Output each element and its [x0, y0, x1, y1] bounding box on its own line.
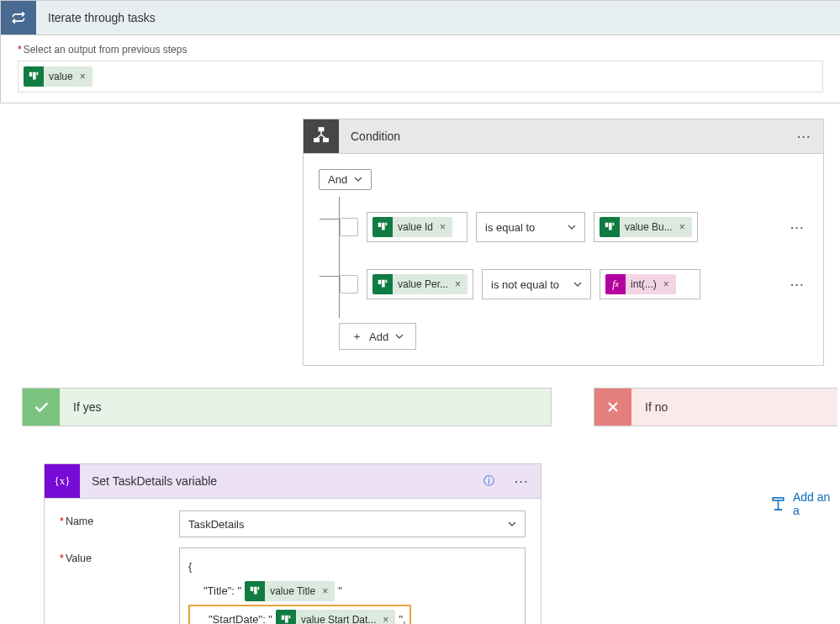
token-remove[interactable]: ×	[453, 278, 468, 290]
row-menu[interactable]: ···	[790, 278, 808, 291]
planner-icon	[276, 610, 296, 624]
token-value-title[interactable]: value Title ×	[245, 581, 335, 601]
svg-rect-17	[258, 587, 260, 590]
condition-card: Condition ··· And value Id ×	[303, 119, 824, 366]
condition-menu[interactable]: ···	[785, 130, 823, 143]
branch-yes-header[interactable]: If yes	[22, 388, 552, 426]
chevron-down-icon	[508, 518, 516, 531]
annotation-highlight: "StartDate": " value Start Dat... × ",	[188, 605, 411, 624]
variable-name-select[interactable]: TaskDetails	[179, 510, 526, 537]
help-icon[interactable]: ⓘ	[475, 473, 503, 489]
token-value[interactable]: value ×	[24, 66, 92, 87]
row-drag-handle[interactable]	[340, 275, 358, 293]
add-action-icon	[770, 495, 786, 512]
foreach-header[interactable]: Iterate through tasks	[0, 0, 840, 35]
svg-rect-7	[382, 223, 385, 230]
condition-header[interactable]: Condition ···	[304, 119, 823, 154]
svg-rect-15	[251, 587, 254, 591]
left-operand[interactable]: value Per... ×	[367, 269, 473, 299]
row-drag-handle[interactable]	[340, 218, 358, 236]
close-icon	[594, 389, 631, 426]
svg-rect-4	[314, 139, 320, 142]
token-value-per[interactable]: value Per... ×	[372, 274, 468, 294]
svg-rect-24	[773, 498, 784, 500]
set-variable-menu[interactable]: ···	[503, 475, 541, 488]
svg-rect-13	[382, 280, 385, 288]
set-variable-header[interactable]: {x} Set TaskDetails variable ⓘ ···	[45, 464, 541, 499]
output-label: *Select an output from previous steps	[18, 44, 823, 56]
condition-row: value Id × is equal to value Bu... ×	[340, 204, 808, 261]
svg-rect-5	[324, 139, 329, 142]
annotation-question: ?	[426, 606, 441, 624]
svg-rect-1	[33, 72, 36, 80]
token-value-bu[interactable]: value Bu... ×	[600, 217, 692, 237]
svg-rect-14	[386, 280, 388, 283]
loop-icon	[1, 1, 36, 34]
planner-icon	[372, 274, 393, 294]
svg-rect-9	[605, 223, 609, 227]
add-action-link[interactable]: Add an a	[770, 490, 837, 517]
right-operand[interactable]: fx int(...) ×	[600, 269, 700, 299]
token-remove[interactable]: ×	[662, 278, 676, 290]
foreach-title: Iterate through tasks	[36, 11, 167, 24]
planner-icon	[245, 581, 265, 601]
left-operand[interactable]: value Id ×	[367, 212, 468, 242]
operator-select[interactable]: is not equal to	[482, 269, 591, 299]
svg-rect-2	[37, 72, 39, 76]
branch-container: If yes {x} Set TaskDetails variable ⓘ ··…	[0, 388, 840, 624]
plus-icon: ＋	[351, 329, 362, 344]
svg-rect-6	[378, 223, 382, 227]
chevron-down-icon	[573, 278, 582, 291]
svg-rect-0	[29, 72, 33, 77]
token-remove[interactable]: ×	[381, 609, 395, 624]
condition-title: Condition	[339, 130, 785, 143]
output-token-input[interactable]: value ×	[18, 61, 823, 93]
condition-icon	[304, 119, 339, 153]
svg-rect-20	[288, 616, 290, 619]
group-operator-select[interactable]: And	[319, 169, 372, 190]
svg-rect-3	[319, 128, 324, 131]
svg-rect-19	[285, 616, 288, 623]
branch-no-header[interactable]: If no	[594, 388, 837, 426]
svg-rect-10	[609, 223, 612, 230]
token-expression-int[interactable]: fx int(...) ×	[605, 274, 676, 294]
variable-value-input[interactable]: { "Title": " value Title × "	[179, 547, 526, 624]
foreach-output-section: *Select an output from previous steps va…	[0, 35, 840, 103]
condition-row: value Per... × is not equal to fx int(..…	[340, 261, 808, 318]
token-value-id[interactable]: value Id ×	[372, 217, 452, 237]
variable-icon: {x}	[45, 464, 80, 498]
set-variable-title: Set TaskDetails variable	[80, 474, 475, 488]
right-operand[interactable]: value Bu... ×	[594, 212, 698, 242]
fx-icon: fx	[605, 274, 626, 294]
branch-no: If no Add an a	[594, 388, 837, 517]
token-remove[interactable]: ×	[438, 221, 452, 233]
add-condition-button[interactable]: ＋ Add	[339, 323, 416, 350]
chevron-down-icon	[395, 331, 404, 343]
token-value-startdate[interactable]: value Start Dat... ×	[276, 610, 395, 624]
row-menu[interactable]: ···	[790, 221, 808, 234]
chevron-down-icon	[354, 173, 362, 186]
svg-rect-18	[282, 616, 285, 620]
svg-rect-16	[254, 587, 257, 595]
token-remove[interactable]: ×	[78, 71, 92, 82]
planner-icon	[600, 217, 620, 237]
operator-select[interactable]: is equal to	[476, 212, 585, 242]
branch-yes: If yes {x} Set TaskDetails variable ⓘ ··…	[22, 388, 552, 624]
value-label: *Value	[60, 547, 179, 564]
set-variable-card: {x} Set TaskDetails variable ⓘ ··· *Name…	[44, 463, 542, 624]
token-remove[interactable]: ×	[320, 580, 335, 602]
svg-rect-12	[378, 280, 382, 284]
planner-icon	[372, 217, 393, 237]
svg-rect-11	[613, 223, 615, 226]
name-label: *Name	[60, 510, 179, 527]
token-remove[interactable]: ×	[678, 221, 692, 233]
chevron-down-icon	[568, 221, 576, 234]
planner-icon	[24, 66, 44, 87]
svg-rect-8	[386, 223, 388, 226]
check-icon	[23, 389, 60, 426]
